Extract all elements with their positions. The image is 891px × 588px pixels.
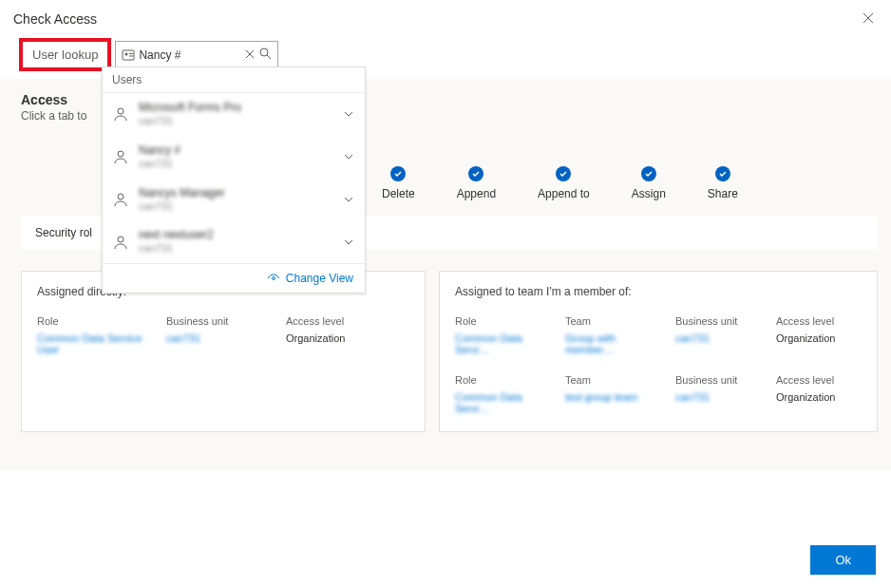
- dropdown-item-text: next nextuser2 can731: [139, 228, 332, 256]
- x-icon: [245, 49, 255, 59]
- col-header-team: Team: [565, 315, 660, 327]
- person-icon: [112, 191, 129, 208]
- check-badge-icon: [641, 166, 656, 181]
- cell-bu[interactable]: can731: [675, 391, 761, 414]
- user-search-value: Nancy #: [135, 48, 241, 62]
- check-badge-icon: [556, 166, 571, 181]
- assigned-directly-grid: Role Business unit Access level Common D…: [37, 315, 409, 355]
- permission-append-to: Append to: [538, 166, 590, 200]
- check-badge-icon: [390, 166, 406, 181]
- col-header-bu-2: Business unit: [675, 374, 761, 386]
- svg-point-4: [260, 48, 268, 56]
- tab-label: Security rol: [35, 226, 92, 239]
- svg-point-7: [118, 151, 123, 157]
- dropdown-item[interactable]: next nextuser2 can731: [103, 220, 365, 263]
- cell-role[interactable]: Common Data Servi…: [455, 391, 550, 414]
- assigned-via-team-grid: Role Team Business unit Access level Com…: [455, 315, 862, 414]
- dropdown-item-text: Nancys Manager can731: [139, 186, 332, 214]
- change-view-button[interactable]: Change View: [103, 263, 365, 293]
- dialog-header: Check Access: [0, 0, 891, 32]
- user-lookup-label: User lookup: [19, 38, 111, 71]
- svg-line-5: [267, 55, 271, 59]
- cell-level: Organization: [286, 332, 381, 355]
- chevron-down-icon[interactable]: [342, 193, 355, 206]
- cell-level: Organization: [776, 332, 862, 355]
- assigned-via-team-panel: Assigned to team I'm a member of: Role T…: [439, 271, 878, 432]
- cell-team[interactable]: Group with member…: [565, 332, 660, 355]
- svg-point-10: [272, 277, 275, 280]
- check-badge-icon: [468, 166, 483, 181]
- cell-team[interactable]: test group team: [565, 391, 660, 414]
- person-icon: [112, 105, 129, 123]
- dropdown-item-sub: can731: [139, 242, 332, 256]
- permission-label: Assign: [632, 187, 666, 200]
- assignment-panels: Assigned directly: Role Business unit Ac…: [21, 271, 878, 432]
- person-icon: [112, 234, 129, 251]
- permission-label: Append: [457, 187, 496, 200]
- dropdown-item-name: Nancy #: [139, 143, 332, 158]
- contact-card-icon: [122, 48, 135, 62]
- col-header-level: Access level: [286, 315, 381, 327]
- col-header-role: Role: [455, 315, 550, 327]
- chevron-down-icon[interactable]: [342, 236, 355, 249]
- svg-point-1: [125, 52, 128, 55]
- col-header-bu: Business unit: [675, 315, 761, 327]
- dropdown-item-name: Microsoft Forms Pro: [139, 101, 332, 115]
- dropdown-list[interactable]: Microsoft Forms Pro can731 Nancy # can73…: [103, 93, 365, 263]
- svg-rect-3: [129, 55, 133, 56]
- col-header-role: Role: [37, 315, 151, 327]
- dropdown-header: Users: [103, 67, 365, 93]
- user-search-box[interactable]: Nancy #: [115, 41, 278, 69]
- col-header-level-2: Access level: [776, 374, 862, 386]
- clear-search-button[interactable]: [241, 48, 258, 62]
- chevron-down-icon[interactable]: [342, 150, 355, 163]
- close-button[interactable]: [859, 8, 878, 30]
- cell-bu[interactable]: can731: [166, 332, 271, 355]
- dropdown-item-sub: can731: [139, 200, 332, 214]
- change-view-label: Change View: [286, 272, 353, 285]
- svg-point-6: [118, 108, 123, 114]
- permission-delete: Delete: [382, 166, 415, 200]
- col-header-team-2: Team: [565, 374, 660, 386]
- cell-role[interactable]: Common Data Servi…: [455, 332, 550, 355]
- assigned-directly-panel: Assigned directly: Role Business unit Ac…: [21, 271, 426, 432]
- close-icon: [863, 12, 874, 24]
- dropdown-item[interactable]: Microsoft Forms Pro can731: [103, 93, 365, 136]
- eye-icon: [267, 272, 280, 285]
- dialog-title: Check Access: [13, 11, 97, 27]
- search-icon: [258, 47, 272, 60]
- check-badge-icon: [715, 166, 730, 181]
- person-icon: [112, 148, 129, 165]
- permission-label: Append to: [538, 187, 590, 200]
- permission-share: Share: [708, 166, 738, 200]
- col-header-bu: Business unit: [166, 315, 271, 327]
- svg-rect-2: [129, 53, 133, 54]
- permission-assign: Assign: [632, 166, 666, 200]
- dropdown-item-sub: can731: [139, 158, 332, 171]
- dropdown-item-name: Nancys Manager: [139, 186, 332, 200]
- panel-title: Assigned to team I'm a member of:: [455, 285, 862, 298]
- cell-bu[interactable]: can731: [675, 332, 761, 355]
- col-header-role-2: Role: [455, 374, 550, 386]
- search-button[interactable]: [258, 47, 272, 63]
- permission-label: Share: [708, 187, 738, 200]
- col-header-level: Access level: [776, 315, 862, 327]
- permission-append: Append: [457, 166, 496, 200]
- user-lookup-dropdown: Users Microsoft Forms Pro can731 Nancy #…: [102, 66, 366, 294]
- cell-level: Organization: [776, 391, 862, 414]
- dropdown-item-text: Nancy # can731: [139, 143, 332, 171]
- permissions-row: Delete Append Append to Assign Share: [382, 166, 878, 200]
- dropdown-item[interactable]: Nancys Manager can731: [103, 179, 365, 221]
- chevron-down-icon[interactable]: [342, 107, 355, 121]
- ok-button[interactable]: Ok: [810, 545, 876, 575]
- svg-rect-0: [123, 50, 134, 60]
- svg-point-8: [118, 194, 123, 199]
- dropdown-item-text: Microsoft Forms Pro can731: [139, 101, 332, 128]
- svg-point-9: [118, 237, 123, 242]
- dropdown-item-name: next nextuser2: [139, 228, 332, 242]
- dropdown-item[interactable]: Nancy # can731: [103, 136, 365, 179]
- cell-role[interactable]: Common Data Service User: [37, 332, 151, 355]
- dropdown-item-sub: can731: [139, 115, 332, 128]
- permission-label: Delete: [382, 187, 415, 200]
